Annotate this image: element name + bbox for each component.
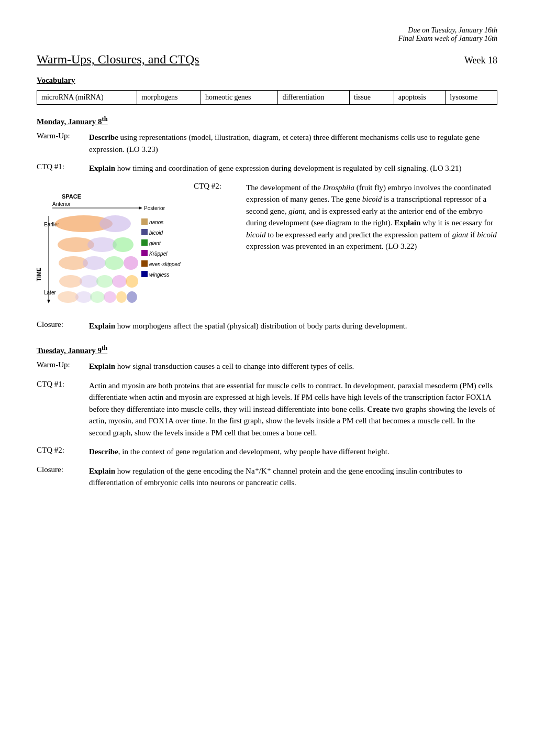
time-label: TIME <box>37 267 42 281</box>
exam-week: Final Exam week of January 16th <box>37 35 497 43</box>
monday-ctq2-diagram-area: SPACE Anterior Posterior TIME Earlier La… <box>37 182 194 313</box>
space-label: SPACE <box>62 193 81 200</box>
monday-ctq1-content: Explain how timing and coordination of g… <box>89 162 497 174</box>
legend-bicoid-box <box>141 229 148 235</box>
tuesday-warmup-row: Warm-Up: Explain how signal transduction… <box>37 360 497 372</box>
row4-oval4 <box>112 275 127 288</box>
tuesday-ctq2-label: CTQ #2: <box>37 446 89 458</box>
tuesday-ctq2-content: Describe, in the context of gene regulat… <box>89 446 497 458</box>
row3-oval2 <box>83 256 106 270</box>
vocab-term-3: homeotic genes <box>201 91 278 105</box>
vocab-term-4: differentiation <box>278 91 350 105</box>
anterior-label: Anterior <box>52 201 71 207</box>
legend-giant-text: giant <box>149 240 161 246</box>
due-date: Due on Tuesday, January 16th <box>37 26 497 35</box>
monday-ctq2-right: CTQ #2: The development of the Drosphila… <box>194 182 497 313</box>
legend-wingless-box <box>141 271 148 277</box>
space-arrow-head <box>139 206 142 210</box>
tuesday-ctq1-label: CTQ #1: <box>37 380 89 439</box>
vocabulary-heading: Vocabulary <box>37 76 497 85</box>
header-info: Due on Tuesday, January 16th Final Exam … <box>37 26 497 43</box>
legend-kruppel-box <box>141 250 148 256</box>
row3-oval3 <box>105 256 124 270</box>
legend-nanos-text: nanos <box>149 220 163 225</box>
week-label: Week 18 <box>464 55 497 66</box>
row5-oval2 <box>75 291 92 303</box>
row2-oval2 <box>87 237 117 252</box>
title-row: Warm-Ups, Closures, and CTQs Week 18 <box>37 52 497 67</box>
tuesday-warmup-label: Warm-Up: <box>37 360 89 372</box>
row3-oval4 <box>124 256 138 270</box>
vocab-term-7: lysosome <box>446 91 497 105</box>
row5-oval4 <box>104 291 116 303</box>
diagram-svg: SPACE Anterior Posterior TIME Earlier La… <box>37 192 183 313</box>
legend-evenskipped-box <box>141 260 148 267</box>
monday-ctq1-row: CTQ #1: Explain how timing and coordinat… <box>37 162 497 174</box>
row4-oval2 <box>80 275 98 288</box>
monday-ctq2-row: SPACE Anterior Posterior TIME Earlier La… <box>37 182 497 313</box>
vocab-term-1: microRNA (miRNA) <box>37 91 137 105</box>
tuesday-warmup-content: Explain how signal transduction causes a… <box>89 360 497 372</box>
monday-closure-content: Explain how morphogens affect the spatia… <box>89 320 497 332</box>
tuesday-ctq2-row: CTQ #2: Describe, in the context of gene… <box>37 446 497 458</box>
tuesday-closure-content: Explain how regulation of the gene encod… <box>89 465 497 489</box>
row4-oval3 <box>96 275 113 288</box>
row2-oval3 <box>113 237 134 252</box>
monday-section: Monday, January 8th Warm-Up: Describe us… <box>37 115 497 332</box>
row4-oval1 <box>59 275 82 288</box>
tuesday-section: Tuesday, January 9th Warm-Up: Explain ho… <box>37 344 497 489</box>
row4-oval5 <box>126 275 138 288</box>
tuesday-closure-row: Closure: Explain how regulation of the g… <box>37 465 497 489</box>
legend-evenskipped-text: even-skipped <box>149 261 181 267</box>
posterior-label: Posterior <box>144 205 165 211</box>
monday-heading: Monday, January 8th <box>37 115 497 126</box>
row5-oval6 <box>127 291 137 303</box>
row1-oval2 <box>99 215 131 232</box>
legend-giant-box <box>141 239 148 246</box>
time-arrow-head <box>47 300 50 303</box>
monday-ctq1-label: CTQ #1: <box>37 162 89 174</box>
row5-oval5 <box>116 291 127 303</box>
monday-closure-label: Closure: <box>37 320 89 332</box>
monday-ctq2-label: CTQ #2: <box>194 182 246 253</box>
tuesday-heading: Tuesday, January 9th <box>37 344 497 355</box>
monday-closure-row: Closure: Explain how morphogens affect t… <box>37 320 497 332</box>
monday-warmup-label: Warm-Up: <box>37 132 89 155</box>
vocabulary-table: microRNA (miRNA) morphogens homeotic gen… <box>37 90 497 105</box>
drosophila-diagram: SPACE Anterior Posterior TIME Earlier La… <box>37 192 183 313</box>
page-title: Warm-Ups, Closures, and CTQs <box>37 52 199 67</box>
monday-warmup-content: Describe using representations (model, i… <box>89 132 497 155</box>
monday-ctq2-inner: CTQ #2: The development of the Drosphila… <box>194 182 497 253</box>
tuesday-ctq1-row: CTQ #1: Actin and myosin are both protei… <box>37 380 497 439</box>
vocab-term-6: apoptosis <box>394 91 446 105</box>
vocab-term-2: morphogens <box>137 91 201 105</box>
tuesday-closure-label: Closure: <box>37 465 89 489</box>
monday-ctq2-content: The development of the Drosphila (fruit … <box>246 182 497 253</box>
legend-bicoid-text: bicoid <box>149 230 163 236</box>
legend-wingless-text: wingless <box>149 272 169 278</box>
vocab-term-5: tissue <box>350 91 394 105</box>
monday-warmup-row: Warm-Up: Describe using representations … <box>37 132 497 155</box>
tuesday-ctq1-content: Actin and myosin are both proteins that … <box>89 380 497 439</box>
later-label: Later <box>44 290 56 295</box>
legend-kruppel-text: Krüppel <box>149 251 168 257</box>
legend-nanos-box <box>141 218 148 225</box>
row5-oval3 <box>90 291 105 303</box>
